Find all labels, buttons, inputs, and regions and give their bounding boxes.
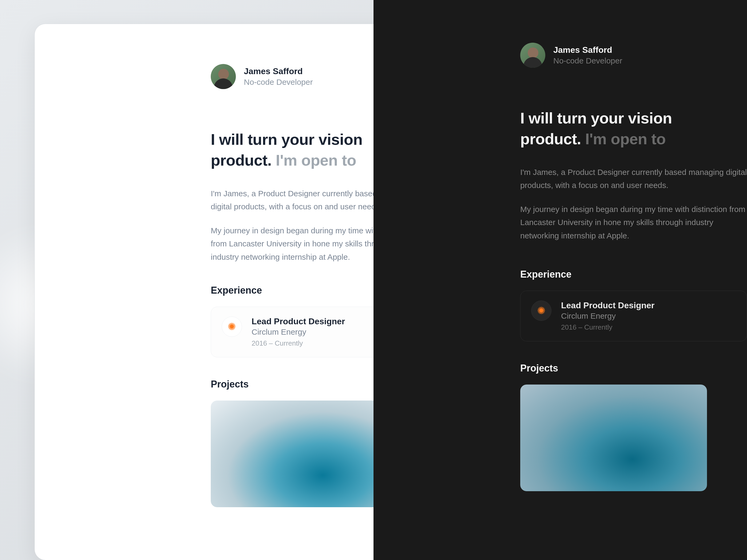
project-thumbnail[interactable] — [520, 384, 707, 491]
experience-heading: Experience — [520, 269, 747, 280]
profile-text: James Safford No-code Developer — [553, 45, 622, 66]
company-name: Circlum Energy — [252, 327, 345, 337]
job-dates: 2016 – Currently — [561, 323, 654, 331]
sun-icon — [536, 305, 547, 316]
portfolio-card-light: James Safford No-code Developer I will t… — [35, 24, 421, 560]
profile-header: James Safford No-code Developer — [520, 43, 747, 68]
projects-heading: Projects — [520, 363, 747, 374]
portfolio-card-dark: James Safford No-code Developer I will t… — [374, 3, 747, 560]
bio-paragraph-2: My journey in design began during my tim… — [520, 203, 747, 242]
bio-paragraph-1: I'm James, a Product Designer currently … — [520, 166, 747, 192]
profile-role: No-code Developer — [244, 77, 313, 87]
headline-line2: product. — [211, 152, 272, 169]
job-dates: 2016 – Currently — [252, 339, 345, 347]
headline-line1: I will turn your vision — [211, 131, 363, 148]
profile-name: James Safford — [244, 66, 313, 77]
dark-theme-panel: James Safford No-code Developer I will t… — [374, 0, 747, 560]
company-logo — [222, 317, 242, 337]
light-theme-panel: James Safford No-code Developer I will t… — [0, 0, 374, 560]
job-title: Lead Product Designer — [561, 300, 654, 311]
experience-text: Lead Product Designer Circlum Energy 201… — [252, 317, 345, 347]
headline-line1: I will turn your vision — [520, 109, 672, 127]
profile-name: James Safford — [553, 45, 622, 56]
project-thumbnail[interactable] — [211, 401, 397, 507]
experience-card[interactable]: Lead Product Designer Circlum Energy 201… — [520, 291, 747, 341]
job-title: Lead Product Designer — [252, 317, 345, 326]
headline: I will turn your vision product. I'm ope… — [520, 108, 747, 150]
headline-muted: I'm open to — [585, 130, 666, 148]
theme-split: James Safford No-code Developer I will t… — [0, 0, 747, 560]
experience-text: Lead Product Designer Circlum Energy 201… — [561, 300, 654, 331]
headline-line2: product. — [520, 130, 581, 148]
company-name: Circlum Energy — [561, 312, 654, 321]
company-logo — [531, 300, 551, 321]
headline-muted: I'm open to — [276, 152, 356, 169]
profile-text: James Safford No-code Developer — [244, 66, 313, 87]
profile-role: No-code Developer — [553, 55, 622, 66]
sun-icon — [227, 321, 237, 332]
avatar[interactable] — [520, 43, 545, 68]
avatar[interactable] — [211, 64, 236, 89]
